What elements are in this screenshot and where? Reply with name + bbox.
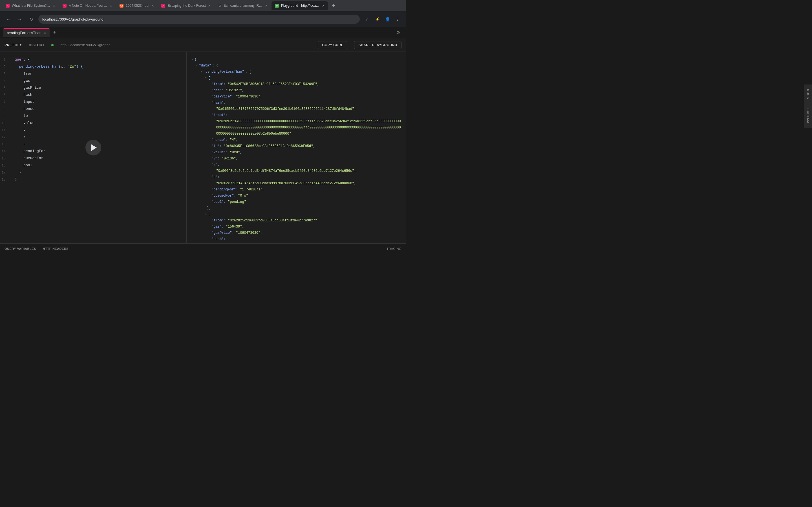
add-tab-button[interactable]: + bbox=[51, 29, 59, 37]
playground-tab-close[interactable]: ✕ bbox=[44, 31, 46, 35]
code-line-3: 3 from bbox=[0, 70, 186, 77]
browser-tab-5[interactable]: ⬡ itzmeanjan/harmony: Reduc... ✕ bbox=[214, 1, 271, 10]
line-num-11: 11 bbox=[0, 127, 10, 134]
tab-label-3: 1904.05234.pdf bbox=[126, 4, 149, 8]
query-variables-tab[interactable]: QUERY VARIABLES bbox=[4, 247, 36, 250]
result-item-1-close: }, bbox=[205, 205, 402, 211]
tab-favicon-5: ⬡ bbox=[218, 4, 222, 8]
browser-tab-3[interactable]: PDF 1904.05234.pdf ✕ bbox=[116, 1, 157, 10]
tab-label-4: Escaping the Dark Forest bbox=[167, 4, 206, 8]
code-content-9: to bbox=[15, 113, 186, 119]
code-line-10: 10 value bbox=[0, 120, 186, 127]
collapse-data[interactable]: ▾ bbox=[196, 62, 198, 69]
line-num-1: 1 bbox=[0, 56, 10, 63]
collapse-item-2[interactable]: ▾ bbox=[205, 211, 207, 217]
code-line-17: 17 } bbox=[0, 169, 186, 176]
tab-close-5[interactable]: ✕ bbox=[265, 4, 267, 8]
line-num-4: 4 bbox=[0, 77, 10, 84]
code-line-4: 4 gas bbox=[0, 77, 186, 84]
result-field-to: "to": "0x86935F11C86623deC8a25696E1C19a8… bbox=[211, 143, 402, 149]
tab-close-4[interactable]: ✕ bbox=[208, 4, 211, 8]
line-num-7: 7 bbox=[0, 99, 10, 106]
menu-icon[interactable]: ⋮ bbox=[394, 15, 402, 23]
http-headers-tab[interactable]: HTTP HEADERS bbox=[43, 247, 68, 250]
address-icons: ☆ ⚡ 👤 ⋮ bbox=[363, 15, 402, 23]
playground-tab-active[interactable]: pendingForLessThan ✕ bbox=[3, 28, 50, 37]
forward-button[interactable]: → bbox=[16, 15, 24, 23]
browser-chrome: A What Is a File System? Type... ✕ A A N… bbox=[0, 0, 406, 27]
browser-tab-6[interactable]: P Playground - http://localho... ✕ bbox=[271, 1, 328, 10]
line-num-16: 16 bbox=[0, 162, 10, 169]
result-panel: ▾ { ▾ "data": { ▾ "pendingForLessThan": … bbox=[187, 52, 406, 243]
browser-tab-2[interactable]: A A Note On Nodes: Your Gate... ✕ bbox=[59, 1, 116, 10]
history-tab[interactable]: HISTORY bbox=[29, 42, 45, 48]
profile-icon[interactable]: 👤 bbox=[384, 15, 391, 23]
code-content-7: input bbox=[15, 99, 186, 105]
result-field-input-label: "input": bbox=[211, 112, 402, 118]
browser-tab-4[interactable]: A Escaping the Dark Forest ✕ bbox=[158, 1, 214, 10]
extensions-icon[interactable]: ⚡ bbox=[373, 15, 381, 23]
share-playground-button[interactable]: SHARE PLAYGROUND bbox=[354, 41, 402, 49]
playground-app: pendingForLessThan ✕ + ⚙ PRETTIFY HISTOR… bbox=[0, 27, 406, 253]
tab-favicon-1: A bbox=[6, 4, 10, 8]
result-field-gas: "gas": "351927", bbox=[211, 87, 402, 94]
code-content-4: gas bbox=[15, 77, 186, 84]
result-item-2-fields: "from": "0xa2025c136089fc08854BdcDD4fd8f… bbox=[205, 217, 402, 242]
back-button[interactable]: ← bbox=[4, 15, 12, 23]
result-pending-block: ▾ "pendingForLessThan": [ ▾ { "from": "0… bbox=[196, 69, 402, 242]
new-tab-button[interactable]: + bbox=[329, 2, 338, 10]
result-field-from: "from": "0x542E70Bf306A013e9fc53eE6523Fa… bbox=[211, 81, 402, 87]
playground-toolbar: PRETTIFY HISTORY http://localhost:7000/v… bbox=[0, 38, 406, 52]
bottom-bar: QUERY VARIABLES HTTP HEADERS TRACING bbox=[0, 243, 406, 253]
browser-tab-1[interactable]: A What Is a File System? Type... ✕ bbox=[2, 1, 59, 10]
line-num-15: 15 bbox=[0, 155, 10, 162]
result-item-2-open: ▾ { bbox=[205, 211, 402, 217]
code-content-15: queuedFor bbox=[15, 155, 186, 162]
tab-favicon-4: A bbox=[161, 4, 165, 8]
code-content-1: query { bbox=[15, 56, 186, 63]
tab-close-6[interactable]: ✕ bbox=[322, 4, 324, 8]
result-line-root: ▾ { bbox=[191, 56, 402, 62]
collapse-pending[interactable]: ▾ bbox=[200, 69, 202, 75]
bookmark-icon[interactable]: ☆ bbox=[363, 15, 371, 23]
play-icon bbox=[91, 144, 97, 151]
code-content-8: nonce bbox=[15, 106, 186, 112]
line-num-14: 14 bbox=[0, 148, 10, 155]
line-num-3: 3 bbox=[0, 70, 10, 77]
line-num-18: 18 bbox=[0, 176, 10, 183]
collapse-item-1[interactable]: ▾ bbox=[205, 75, 207, 81]
code-line-2: 2 ▾ pendingForLessThan(x: "2s") { bbox=[0, 63, 186, 70]
collapse-1[interactable]: ▾ bbox=[10, 56, 15, 63]
line-num-9: 9 bbox=[0, 113, 10, 120]
prettify-tab[interactable]: PRETTIFY bbox=[4, 42, 22, 48]
result-content[interactable]: ▾ { ▾ "data": { ▾ "pendingForLessThan": … bbox=[187, 52, 406, 243]
result-field-hash-label-2: "hash": bbox=[211, 236, 402, 242]
copy-curl-button[interactable]: COPY CURL bbox=[318, 41, 347, 49]
reload-button[interactable]: ↻ bbox=[27, 15, 35, 23]
line-num-13: 13 bbox=[0, 141, 10, 148]
playground-tab-label: pendingForLessThan bbox=[7, 31, 42, 35]
tab-label-2: A Note On Nodes: Your Gate... bbox=[69, 4, 107, 8]
run-button[interactable] bbox=[86, 140, 101, 156]
tab-label-6: Playground - http://localho... bbox=[281, 4, 320, 8]
settings-icon[interactable]: ⚙ bbox=[394, 28, 403, 37]
result-field-s-label: "s": bbox=[211, 174, 402, 180]
tab-close-3[interactable]: ✕ bbox=[151, 4, 154, 8]
line-num-17: 17 bbox=[0, 169, 10, 176]
collapse-root[interactable]: ▾ bbox=[191, 56, 193, 62]
code-line-5: 5 gasPrice bbox=[0, 84, 186, 92]
result-line-data: ▾ "data": { bbox=[196, 62, 402, 69]
tab-close-2[interactable]: ✕ bbox=[110, 4, 112, 8]
result-field-value: "value": "0x0", bbox=[211, 149, 402, 156]
code-content-16: pool bbox=[15, 162, 186, 169]
code-line-18: 18 } bbox=[0, 176, 186, 183]
collapse-2[interactable]: ▾ bbox=[10, 63, 15, 70]
code-line-7: 7 input bbox=[0, 99, 186, 106]
result-field-hash-label: "hash": bbox=[211, 100, 402, 106]
url-bar[interactable]: localhost:7000/v1/graphql-playground bbox=[38, 15, 360, 24]
code-content-18: } bbox=[15, 176, 186, 183]
result-line-pending: ▾ "pendingForLessThan": [ bbox=[200, 69, 402, 75]
code-content-11: v bbox=[15, 127, 186, 133]
result-field-pendingFor: "pendingFor": "1.748207s", bbox=[211, 186, 402, 193]
tab-close-1[interactable]: ✕ bbox=[53, 4, 55, 8]
